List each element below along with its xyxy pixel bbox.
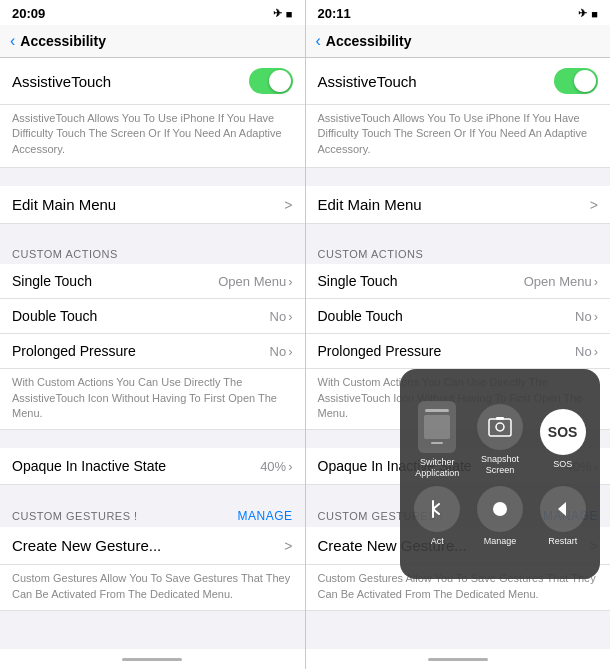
right-nav-bar: ‹ Accessibility <box>306 25 611 58</box>
right-custom-actions-header: CUSTOM ACTIONS <box>306 242 611 264</box>
sos-icon: SOS <box>540 409 586 455</box>
left-assistive-touch-toggle[interactable] <box>249 68 293 94</box>
left-gestures-info: Custom Gestures Allow You To Save Gestur… <box>0 565 305 611</box>
left-create-gesture-chevron: > <box>284 538 292 554</box>
popup-item-act[interactable]: Act <box>410 486 465 547</box>
right-home-indicator <box>428 658 488 661</box>
left-back-chevron: ‹ <box>10 33 15 49</box>
popup-item-manage[interactable]: Manage <box>473 486 528 547</box>
left-edit-main-menu-row[interactable]: Edit Main Menu > <box>0 186 305 224</box>
left-action-double-touch[interactable]: Double Touch No › <box>0 299 305 334</box>
left-battery-icon: ■ <box>286 8 293 20</box>
left-back-button[interactable]: ‹ Accessibility <box>10 33 106 49</box>
left-scroll-content: AssistiveTouch AssistiveTouch Allows You… <box>0 58 305 649</box>
right-prolonged-label: Prolonged Pressure <box>318 343 442 359</box>
right-home-bar <box>306 649 611 669</box>
right-double-touch-label: Double Touch <box>318 308 403 324</box>
svg-rect-0 <box>489 419 511 436</box>
right-spacer-2 <box>306 224 611 242</box>
popup-grid: SwitcherApplication SnapshotScreen <box>410 401 590 547</box>
svg-rect-2 <box>496 417 504 420</box>
snapshot-label: SnapshotScreen <box>481 454 519 476</box>
left-spacer-3 <box>0 430 305 448</box>
left-double-touch-label: Double Touch <box>12 308 97 324</box>
left-gestures-header-label: CUSTOM GESTURES ! <box>12 510 138 522</box>
restart-label: Restart <box>548 536 577 547</box>
left-action-prolonged[interactable]: Prolonged Pressure No › <box>0 334 305 369</box>
left-airplane-icon: ✈ <box>273 7 282 20</box>
right-assistive-touch-toggle[interactable] <box>554 68 598 94</box>
svg-point-1 <box>496 423 504 431</box>
left-nav-bar: ‹ Accessibility <box>0 25 305 58</box>
left-create-gesture-row[interactable]: Create New Gesture... > <box>0 527 305 565</box>
left-spacer-4 <box>0 485 305 503</box>
popup-item-switcher[interactable]: SwitcherApplication <box>410 401 465 479</box>
right-edit-main-menu-label: Edit Main Menu <box>318 196 422 213</box>
left-single-touch-value: Open Menu › <box>218 274 292 289</box>
popup-item-sos[interactable]: SOS SOS <box>535 401 590 479</box>
switcher-icon <box>418 401 456 453</box>
right-status-bar: 20:11 ✈ ■ <box>306 0 611 25</box>
left-opacity-row[interactable]: Opaque In Inactive State 40% › <box>0 448 305 485</box>
left-opacity-label: Opaque In Inactive State <box>12 458 166 474</box>
left-home-indicator <box>122 658 182 661</box>
left-edit-main-menu-label: Edit Main Menu <box>12 196 116 213</box>
left-assistive-description: AssistiveTouch Allows You To Use iPhone … <box>0 105 305 168</box>
right-prolonged-value: No › <box>575 344 598 359</box>
snapshot-icon <box>477 404 523 450</box>
left-nav-back-label: Accessibility <box>20 33 106 49</box>
left-double-touch-value: No › <box>270 309 293 324</box>
left-action-single-touch[interactable]: Single Touch Open Menu › <box>0 264 305 299</box>
act-label: Act <box>431 536 444 547</box>
manage-label: Manage <box>484 536 517 547</box>
left-manage-button[interactable]: MANAGE <box>237 509 292 523</box>
left-time: 20:09 <box>12 6 45 21</box>
right-assistive-description: AssistiveTouch Allows You To Use iPhone … <box>306 105 611 168</box>
right-single-touch-label: Single Touch <box>318 273 398 289</box>
left-assistive-touch-row[interactable]: AssistiveTouch <box>0 58 305 105</box>
left-screen: 20:09 ✈ ■ ‹ Accessibility AssistiveTouch… <box>0 0 306 669</box>
right-time: 20:11 <box>318 6 351 21</box>
right-airplane-icon: ✈ <box>578 7 587 20</box>
manage-icon <box>477 486 523 532</box>
right-screen: 20:11 ✈ ■ ‹ Accessibility AssistiveTouch… <box>306 0 611 669</box>
left-prolonged-label: Prolonged Pressure <box>12 343 136 359</box>
left-assistive-touch-label: AssistiveTouch <box>12 73 111 90</box>
right-edit-main-menu-chevron: > <box>590 197 598 213</box>
left-spacer-1 <box>0 168 305 186</box>
act-icon <box>414 486 460 532</box>
left-create-gesture-label: Create New Gesture... <box>12 537 161 554</box>
right-battery-icon: ■ <box>591 8 598 20</box>
right-action-prolonged[interactable]: Prolonged Pressure No › <box>306 334 611 369</box>
left-custom-gestures-header: CUSTOM GESTURES ! MANAGE <box>0 503 305 527</box>
right-single-touch-value: Open Menu › <box>524 274 598 289</box>
restart-icon <box>540 486 586 532</box>
sos-label: SOS <box>553 459 572 470</box>
right-back-chevron: ‹ <box>316 33 321 49</box>
right-assistive-touch-label: AssistiveTouch <box>318 73 417 90</box>
right-spacer-1 <box>306 168 611 186</box>
right-status-icons: ✈ ■ <box>578 7 598 20</box>
right-action-single-touch[interactable]: Single Touch Open Menu › <box>306 264 611 299</box>
right-edit-main-menu-row[interactable]: Edit Main Menu > <box>306 186 611 224</box>
left-actions-info: With Custom Actions You Can Use Directly… <box>0 369 305 430</box>
left-home-bar <box>0 649 305 669</box>
switcher-label: SwitcherApplication <box>415 457 459 479</box>
left-prolonged-value: No › <box>270 344 293 359</box>
left-custom-actions-header: CUSTOM ACTIONS <box>0 242 305 264</box>
left-spacer-2 <box>0 224 305 242</box>
left-single-touch-label: Single Touch <box>12 273 92 289</box>
popup-item-snapshot[interactable]: SnapshotScreen <box>473 401 528 479</box>
left-opacity-value: 40% › <box>260 459 292 474</box>
popup-item-restart[interactable]: Restart <box>535 486 590 547</box>
right-nav-back-label: Accessibility <box>326 33 412 49</box>
left-status-bar: 20:09 ✈ ■ <box>0 0 305 25</box>
right-back-button[interactable]: ‹ Accessibility <box>316 33 412 49</box>
right-assistive-touch-row[interactable]: AssistiveTouch <box>306 58 611 105</box>
right-action-double-touch[interactable]: Double Touch No › <box>306 299 611 334</box>
right-double-touch-value: No › <box>575 309 598 324</box>
left-edit-main-menu-chevron: > <box>284 197 292 213</box>
assistive-touch-popup[interactable]: SwitcherApplication SnapshotScreen <box>400 369 600 579</box>
left-status-icons: ✈ ■ <box>273 7 293 20</box>
